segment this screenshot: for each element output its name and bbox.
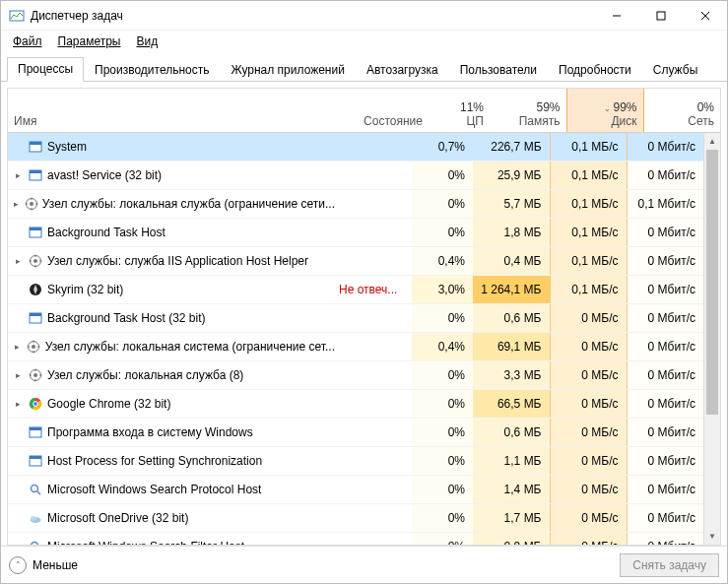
cpu-value: 0,7%: [412, 133, 473, 162]
fewer-details-button[interactable]: ˄ Меньше: [9, 556, 78, 574]
expand-toggle[interactable]: ▸: [12, 256, 24, 266]
table-row[interactable]: ▸Узел службы: локальная служба (ограниче…: [8, 189, 703, 218]
process-name: Microsoft Windows Search Filter Host: [47, 540, 244, 546]
disk-value: 0 МБ/с: [550, 532, 627, 545]
process-name: Узел службы: служба IIS Application Host…: [47, 254, 308, 268]
cpu-value: 0%: [412, 418, 473, 446]
search-icon: [28, 482, 43, 497]
table-row[interactable]: Программа входа в систему Windows0%0,6 М…: [8, 418, 703, 446]
process-name: Программа входа в систему Windows: [47, 425, 253, 439]
process-name: Microsoft OneDrive (32 bit): [47, 511, 188, 525]
chevron-up-icon: ˄: [9, 556, 27, 574]
col-memory[interactable]: 59%Память: [490, 89, 566, 132]
col-name[interactable]: Имя: [8, 89, 352, 132]
close-button[interactable]: [683, 1, 727, 31]
svg-line-46: [37, 491, 40, 494]
end-task-button[interactable]: Снять задачу: [620, 553, 719, 577]
process-name: Background Task Host: [47, 226, 165, 239]
expand-toggle[interactable]: ▸: [12, 170, 24, 180]
tab-2[interactable]: Журнал приложений: [221, 58, 356, 82]
col-network[interactable]: 0%Сеть: [643, 89, 720, 132]
minimize-button[interactable]: [594, 1, 638, 31]
disk-value: 0 МБ/с: [550, 503, 627, 532]
search-icon: [28, 539, 43, 546]
menu-file[interactable]: Файл: [7, 32, 48, 50]
table-row[interactable]: Microsoft Windows Search Protocol Host0%…: [8, 475, 703, 503]
memory-value: 3,3 МБ: [473, 360, 550, 389]
scroll-thumb[interactable]: [706, 150, 718, 415]
window-icon: [28, 139, 43, 155]
window-icon: [28, 225, 43, 240]
cpu-value: 0%: [412, 303, 473, 332]
network-value: 0 Мбит/с: [627, 133, 703, 162]
scroll-down-icon[interactable]: ▼: [704, 528, 720, 545]
process-name: Узел службы: локальная служба (8): [47, 368, 243, 382]
table-row[interactable]: Skyrim (32 bit)Не отвеч...3,0%1 264,1 МБ…: [8, 275, 703, 303]
table-row[interactable]: Microsoft OneDrive (32 bit)0%1,7 МБ0 МБ/…: [8, 503, 703, 532]
cpu-value: 0%: [412, 161, 473, 189]
memory-value: 1,1 МБ: [473, 446, 550, 475]
memory-value: 1 264,1 МБ: [473, 275, 550, 303]
process-name: System: [47, 140, 87, 154]
disk-value: 0 МБ/с: [550, 446, 627, 475]
cpu-value: 0%: [412, 389, 473, 418]
tab-6[interactable]: Службы: [642, 58, 708, 82]
tab-5[interactable]: Подробности: [548, 58, 642, 82]
table-row[interactable]: Background Task Host0%1,8 МБ0,1 МБ/с0 Мб…: [8, 218, 703, 246]
menu-view[interactable]: Вид: [130, 32, 164, 50]
svg-rect-25: [30, 313, 41, 316]
network-value: 0 Мбит/с: [627, 446, 703, 475]
col-state[interactable]: Состояние: [352, 89, 429, 132]
tab-4[interactable]: Пользователи: [449, 58, 548, 82]
process-name: Background Task Host (32 bit): [47, 311, 206, 325]
scroll-up-icon[interactable]: ▲: [704, 133, 720, 150]
table-row[interactable]: Host Process for Setting Synchronization…: [8, 446, 703, 475]
expand-toggle[interactable]: ▸: [12, 199, 21, 209]
tabstrip: ПроцессыПроизводительностьЖурнал приложе…: [1, 52, 727, 82]
tab-1[interactable]: Производительность: [84, 58, 220, 82]
memory-value: 69,1 МБ: [473, 332, 550, 360]
window-title: Диспетчер задач: [31, 9, 123, 23]
service-icon: [27, 339, 41, 355]
window-icon: [28, 310, 43, 326]
window-icon: [28, 424, 43, 440]
process-name: Узел службы: локальная служба (ограничен…: [42, 197, 335, 211]
table-row[interactable]: ▸Google Chrome (32 bit)0%66,5 МБ0 МБ/с0 …: [8, 389, 703, 418]
process-state: [335, 360, 412, 389]
memory-value: 1,8 МБ: [473, 218, 550, 246]
maximize-button[interactable]: [638, 1, 683, 31]
expand-toggle[interactable]: ▸: [12, 399, 24, 409]
tab-3[interactable]: Автозагрузка: [356, 58, 449, 82]
disk-value: 0,1 МБ/с: [550, 161, 627, 189]
table-row[interactable]: ▸Узел службы: локальная служба (8)0%3,3 …: [8, 360, 703, 389]
table-row[interactable]: ▸avast! Service (32 bit)0%25,9 МБ0,1 МБ/…: [8, 161, 703, 189]
svg-point-40: [33, 401, 38, 406]
table-row[interactable]: System0,7%226,7 МБ0,1 МБ/с0 Мбит/с: [8, 133, 703, 162]
sort-indicator-icon: ⌄: [604, 104, 611, 113]
expand-toggle[interactable]: ▸: [12, 342, 23, 352]
menu-options[interactable]: Параметры: [52, 32, 127, 50]
disk-value: 0,1 МБ/с: [550, 218, 627, 246]
table-row[interactable]: Background Task Host (32 bit)0%0,6 МБ0 М…: [8, 303, 703, 332]
table-row[interactable]: ▸Узел службы: локальная система (огранич…: [8, 332, 703, 360]
table-row[interactable]: ▸Узел службы: служба IIS Application Hos…: [8, 246, 703, 275]
network-value: 0 Мбит/с: [627, 360, 703, 389]
process-state: [335, 418, 412, 446]
process-state: [335, 532, 412, 545]
vertical-scrollbar[interactable]: ▲ ▼: [703, 133, 720, 546]
svg-point-45: [32, 485, 38, 491]
col-cpu[interactable]: 11%ЦП: [429, 89, 490, 132]
memory-value: 1,4 МБ: [473, 475, 550, 503]
table-row[interactable]: Microsoft Windows Search Filter Host0%0,…: [8, 532, 703, 545]
tab-0[interactable]: Процессы: [7, 57, 84, 82]
svg-rect-16: [30, 227, 41, 230]
disk-value: 0,1 МБ/с: [550, 133, 627, 162]
app-icon: [9, 8, 25, 24]
memory-value: 0,6 МБ: [473, 418, 550, 446]
col-disk[interactable]: ⌄99%Диск: [566, 89, 643, 132]
memory-value: 0,4 МБ: [473, 246, 550, 275]
process-name: Microsoft Windows Search Protocol Host: [47, 483, 261, 496]
network-value: 0 Мбит/с: [627, 303, 703, 332]
cpu-value: 0%: [412, 475, 473, 503]
expand-toggle[interactable]: ▸: [12, 370, 24, 380]
